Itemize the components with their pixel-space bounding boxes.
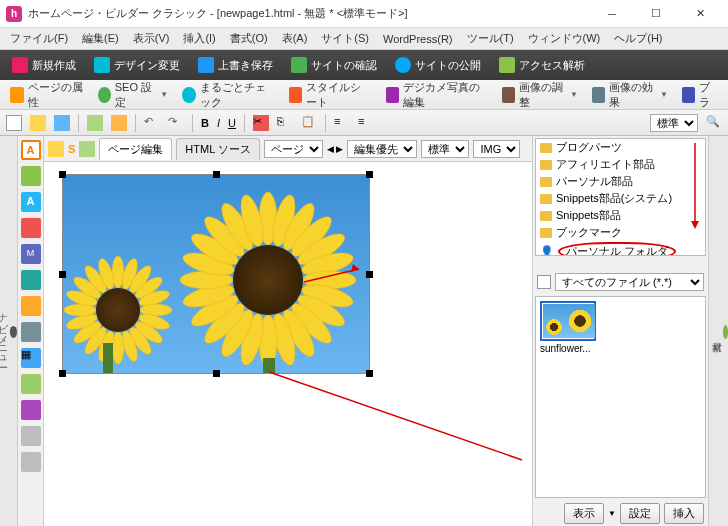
resize-handle-w[interactable] xyxy=(59,271,66,278)
bold-icon[interactable]: B xyxy=(201,117,209,129)
maximize-button[interactable]: ☐ xyxy=(634,0,678,28)
copy-icon[interactable]: ⎘ xyxy=(277,115,293,131)
open-icon[interactable] xyxy=(30,115,46,131)
resize-handle-nw[interactable] xyxy=(59,171,66,178)
work-area: N ナビメニュー A A M ▦ S ページ編集 HTML ソース ページ ◀ … xyxy=(0,136,728,526)
align-center-icon[interactable]: ≡ xyxy=(358,115,374,131)
animation-tool-icon[interactable] xyxy=(21,322,41,342)
tb2-marugoto[interactable]: まるごとチェック xyxy=(178,77,279,113)
eye-icon[interactable] xyxy=(79,141,95,157)
material-tab[interactable]: 素材 xyxy=(708,136,728,526)
chevron-down-icon: ▼ xyxy=(660,90,668,99)
img-select[interactable]: IMG xyxy=(473,140,520,158)
publish-icon xyxy=(395,57,411,73)
italic-icon[interactable]: I xyxy=(217,117,220,129)
edit-canvas[interactable] xyxy=(44,162,532,526)
tree-item-highlighted[interactable]: 👤パーソナル フォルダ xyxy=(536,241,705,256)
file-list[interactable]: sunflower... xyxy=(535,296,706,498)
edit-priority-select[interactable]: 編集優先 xyxy=(347,140,417,158)
close-button[interactable]: ✕ xyxy=(678,0,722,28)
view-button[interactable]: 表示 xyxy=(564,503,604,524)
folder-tree[interactable]: ブログパーツ アフィリエイト部品 パーソナル部品 Snippets部品(システム… xyxy=(535,138,706,256)
resize-handle-ne[interactable] xyxy=(366,171,373,178)
print-icon[interactable] xyxy=(87,115,103,131)
format-toolbar: ↶ ↷ B I U ✂ ⎘ 📋 ≡ ≡ 標準 🔍 xyxy=(0,110,728,136)
misc2-tool-icon[interactable] xyxy=(21,452,41,472)
file-filter-select[interactable]: すべてのファイル (*.*) xyxy=(555,273,704,291)
tb2-seo[interactable]: SEO 設定▼ xyxy=(94,77,172,113)
tb-new[interactable]: 新規作成 xyxy=(6,54,82,76)
video-tool-icon[interactable] xyxy=(21,400,41,420)
menu-file[interactable]: ファイル(F) xyxy=(4,29,74,48)
page-select[interactable]: ページ xyxy=(264,140,323,158)
tb2-pageprops[interactable]: ページの属性 xyxy=(6,77,88,113)
underline-icon[interactable]: U xyxy=(228,117,236,129)
logo-tool-icon[interactable]: A xyxy=(21,192,41,212)
thumbnail-image xyxy=(543,304,595,338)
map-tool-icon[interactable]: M xyxy=(21,244,41,264)
button-tool-icon[interactable] xyxy=(21,270,41,290)
minimize-button[interactable]: ─ xyxy=(590,0,634,28)
nav-tab[interactable]: N ナビメニュー xyxy=(0,136,18,526)
audio-tool-icon[interactable] xyxy=(21,374,41,394)
tb-save[interactable]: 上書き保存 xyxy=(192,54,279,76)
style-select[interactable]: 標準 xyxy=(650,114,698,132)
folder-icon xyxy=(540,194,552,204)
tb2-stylesheet[interactable]: スタイルシート xyxy=(285,77,376,113)
s-icon[interactable]: S xyxy=(68,143,75,155)
seo-icon xyxy=(98,87,111,103)
redo-icon[interactable]: ↷ xyxy=(168,115,184,131)
tb-design[interactable]: デザイン変更 xyxy=(88,54,186,76)
thumbnail-label: sunflower... xyxy=(540,343,596,354)
text-tool-icon[interactable]: A xyxy=(21,140,41,160)
image-tool-icon[interactable] xyxy=(21,218,41,238)
menu-edit[interactable]: 編集(E) xyxy=(76,29,125,48)
rollover-tool-icon[interactable] xyxy=(21,296,41,316)
resize-handle-s[interactable] xyxy=(213,370,220,377)
align-left-icon[interactable]: ≡ xyxy=(334,115,350,131)
tab-page-edit[interactable]: ページ編集 xyxy=(99,138,172,160)
settings-button[interactable]: 設定 xyxy=(620,503,660,524)
tree-item: パーソナル部品 xyxy=(536,173,705,190)
menu-help[interactable]: ヘルプ(H) xyxy=(608,29,668,48)
standard-select[interactable]: 標準 xyxy=(421,140,469,158)
tab-html-source[interactable]: HTML ソース xyxy=(176,138,260,160)
menu-tool[interactable]: ツール(T) xyxy=(461,29,520,48)
preview-icon[interactable] xyxy=(111,115,127,131)
menu-window[interactable]: ウィンドウ(W) xyxy=(522,29,607,48)
misc-tool-icon[interactable] xyxy=(21,426,41,446)
resize-handle-sw[interactable] xyxy=(59,370,66,377)
cut-icon[interactable]: ✂ xyxy=(253,115,269,131)
resize-handle-se[interactable] xyxy=(366,370,373,377)
resize-handle-n[interactable] xyxy=(213,171,220,178)
tb-access[interactable]: アクセス解析 xyxy=(493,54,591,76)
nav-arrows[interactable]: ◀ ▶ xyxy=(327,144,344,154)
tb2-imageadjust[interactable]: 画像の調整▼ xyxy=(498,77,582,113)
file-thumbnail[interactable] xyxy=(540,301,596,341)
tb2-digicam[interactable]: デジカメ写真の編集 xyxy=(382,77,492,113)
resize-handle-e[interactable] xyxy=(366,271,373,278)
tb2-imageeffect[interactable]: 画像の効果▼ xyxy=(588,77,672,113)
new-doc-icon[interactable] xyxy=(6,115,22,131)
menu-table[interactable]: 表(A) xyxy=(276,29,314,48)
menu-format[interactable]: 書式(O) xyxy=(224,29,274,48)
shape-tool-icon[interactable] xyxy=(21,166,41,186)
menu-wordpress[interactable]: WordPress(R) xyxy=(377,31,458,47)
window-title: ホームページ・ビルダー クラシック - [newpage1.html - 無題 … xyxy=(28,6,590,21)
save-small-icon[interactable] xyxy=(54,115,70,131)
selected-image[interactable] xyxy=(62,174,370,374)
tb-sitecheck[interactable]: サイトの確認 xyxy=(285,54,383,76)
tb2-marugoto-label: まるごとチェック xyxy=(200,80,275,110)
zoom-icon[interactable]: 🔍 xyxy=(706,115,722,131)
menu-insert[interactable]: 挿入(I) xyxy=(177,29,221,48)
table-tool-icon[interactable]: ▦ xyxy=(21,348,41,368)
paste-icon[interactable]: 📋 xyxy=(301,115,317,131)
tb-publish[interactable]: サイトの公開 xyxy=(389,54,487,76)
insert-button[interactable]: 挿入 xyxy=(664,503,704,524)
menu-site[interactable]: サイト(S) xyxy=(315,29,375,48)
doc-icon[interactable] xyxy=(48,141,64,157)
menu-view[interactable]: 表示(V) xyxy=(127,29,176,48)
file-icon xyxy=(537,275,551,289)
tb2-extra[interactable]: ブラ xyxy=(678,77,722,113)
undo-icon[interactable]: ↶ xyxy=(144,115,160,131)
